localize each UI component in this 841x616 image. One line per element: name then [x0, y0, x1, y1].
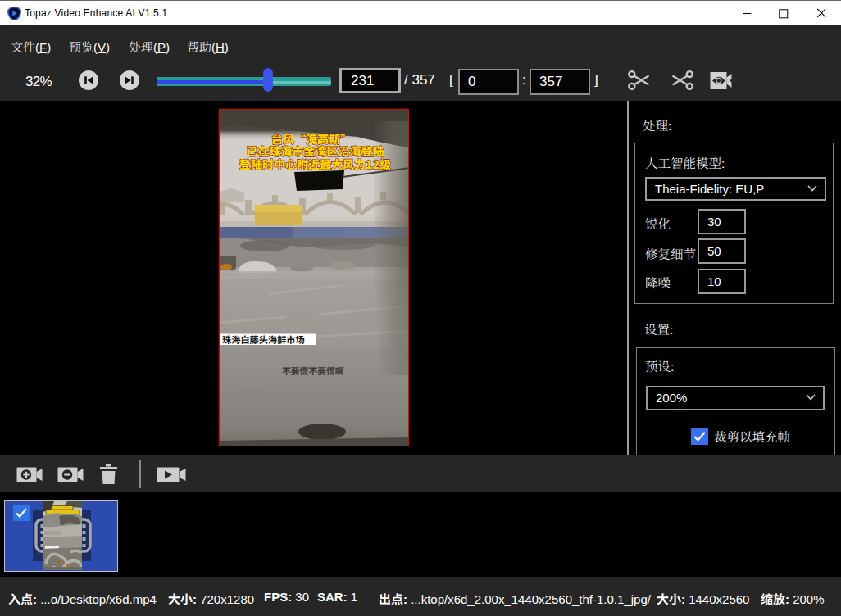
svg-text:登陆时中心附近最大风力12级: 登陆时中心附近最大风力12级: [239, 156, 391, 172]
svg-text:不要慌不要慌啊: 不要慌不要慌啊: [282, 364, 344, 377]
svg-text:珠海白藤头海鲜市场: 珠海白藤头海鲜市场: [222, 333, 305, 346]
